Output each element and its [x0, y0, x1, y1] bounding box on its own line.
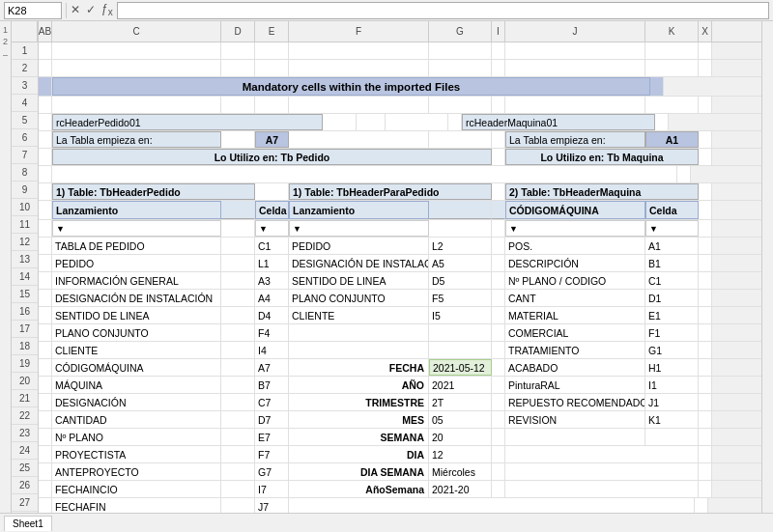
cell-ab18[interactable]: [39, 342, 52, 358]
col-header-x[interactable]: X: [699, 21, 712, 42]
cell-j1-m[interactable]: J1: [645, 394, 699, 410]
cell-d21[interactable]: [221, 394, 255, 410]
cell-ab20[interactable]: [39, 377, 52, 393]
cell-ab24[interactable]: [39, 446, 52, 462]
cell-d26[interactable]: [221, 481, 255, 497]
cell-d7-val[interactable]: D7: [255, 411, 289, 428]
cell-f6[interactable]: [289, 131, 429, 148]
cell-x25[interactable]: [699, 463, 712, 480]
cell-e2[interactable]: [255, 60, 289, 76]
col-header-g[interactable]: G: [429, 21, 492, 42]
cell-fechaincio-26[interactable]: FECHAINCIO: [52, 481, 221, 497]
cell-d1[interactable]: [221, 42, 255, 59]
cell-revision[interactable]: REVISION: [505, 411, 645, 428]
cell-c7-val[interactable]: C7: [255, 394, 289, 410]
cell-i6[interactable]: [492, 131, 505, 148]
cancel-formula-icon[interactable]: ✕: [71, 3, 80, 16]
cell-x12[interactable]: [699, 238, 712, 254]
cell-x10[interactable]: [699, 201, 712, 219]
col-header-d[interactable]: D: [221, 21, 255, 42]
cell-i7[interactable]: [492, 149, 505, 165]
cell-g17[interactable]: [429, 324, 492, 341]
cell-x5[interactable]: [655, 114, 669, 130]
cell-k4[interactable]: [645, 97, 699, 113]
cell-f1-m[interactable]: F1: [645, 324, 699, 341]
cell-ab27[interactable]: [39, 498, 52, 513]
cell-i15[interactable]: [492, 290, 505, 306]
cell-ab22[interactable]: [39, 411, 52, 428]
cell-cant[interactable]: CANT: [505, 290, 645, 306]
cell-c1-val[interactable]: C1: [255, 238, 289, 254]
cell-g4[interactable]: [429, 97, 492, 113]
cell-i13[interactable]: [492, 255, 505, 271]
cell-e1-m[interactable]: E1: [645, 307, 699, 323]
cell-info-general[interactable]: INFORMACIÓN GENERAL: [52, 272, 221, 289]
cell-proyectista-24[interactable]: PROYECTISTA: [52, 446, 221, 462]
cell-ab12[interactable]: [39, 238, 52, 254]
cell-dropdown-1[interactable]: ▼: [52, 220, 221, 237]
cell-tabla-pedido[interactable]: TABLA DE PEDIDO: [52, 238, 221, 254]
cell-i9[interactable]: [492, 183, 505, 200]
cell-empty-18[interactable]: [289, 342, 429, 358]
cell-fecha-value[interactable]: 2021-05-12: [429, 359, 492, 376]
cell-g7-val[interactable]: G7: [255, 463, 289, 480]
cell-d6[interactable]: [221, 131, 255, 148]
formula-input[interactable]: [117, 2, 769, 19]
confirm-formula-icon[interactable]: ✓: [86, 3, 96, 16]
cell-ab23[interactable]: [39, 429, 52, 445]
cell-f1[interactable]: [289, 42, 429, 59]
cell-ab15[interactable]: [39, 290, 52, 306]
cell-maquina-20[interactable]: MÁQUINA: [52, 377, 221, 393]
cell-ano-value[interactable]: 2021: [429, 377, 492, 393]
cell-descripcion[interactable]: DESCRIPCIÓN: [505, 255, 645, 271]
cell-c2[interactable]: [52, 60, 221, 76]
cell-diasemana-value[interactable]: Miércoles: [429, 463, 492, 480]
cell-k1[interactable]: [645, 42, 699, 59]
cell-ab8[interactable]: [39, 166, 52, 182]
cell-empty-24[interactable]: [505, 446, 699, 462]
cell-rcheaderpedido[interactable]: rcHeaderPedido01: [52, 114, 323, 130]
cell-i2[interactable]: [492, 60, 505, 76]
cell-ab11[interactable]: [39, 220, 52, 237]
cell-x22[interactable]: [699, 411, 712, 428]
cell-ab9[interactable]: [39, 183, 52, 200]
cell-c1-m[interactable]: C1: [645, 272, 699, 289]
col-header-i[interactable]: I: [492, 21, 505, 42]
cell-g5[interactable]: [386, 114, 448, 130]
cell-a3-val[interactable]: A3: [255, 272, 289, 289]
cell-i11[interactable]: [492, 220, 505, 237]
cell-e4[interactable]: [255, 97, 289, 113]
cell-i14[interactable]: [492, 272, 505, 289]
col-header-f[interactable]: F: [289, 21, 429, 42]
cell-k23[interactable]: [645, 429, 699, 445]
cell-ab21[interactable]: [39, 394, 52, 410]
cell-x19[interactable]: [699, 359, 712, 376]
cell-d4[interactable]: [221, 97, 255, 113]
cell-x11[interactable]: [699, 220, 712, 237]
cell-i12[interactable]: [492, 238, 505, 254]
cell-cliente-18[interactable]: CLIENTE: [52, 342, 221, 358]
cell-ab1[interactable]: [39, 42, 52, 59]
cell-i1-m[interactable]: I1: [645, 377, 699, 393]
cell-i5-val[interactable]: I5: [429, 307, 492, 323]
cell-dropdown-2[interactable]: ▼: [255, 220, 289, 237]
cell-c1[interactable]: [52, 42, 221, 59]
cell-ab4[interactable]: [39, 97, 52, 113]
cell-i21[interactable]: [492, 394, 505, 410]
cell-x3[interactable]: [650, 77, 664, 96]
cell-comercial[interactable]: COMERCIAL: [505, 324, 645, 341]
cell-cliente-16[interactable]: CLIENTE: [289, 307, 429, 323]
cell-tratamiento[interactable]: TRATAMIENTO: [505, 342, 645, 358]
cell-a4-val[interactable]: A4: [255, 290, 289, 306]
cell-empty-27[interactable]: [289, 498, 695, 513]
cell-ab13[interactable]: [39, 255, 52, 271]
cell-x1[interactable]: [699, 42, 712, 59]
vertical-scrollbar[interactable]: [761, 21, 773, 513]
cell-11-empty[interactable]: [221, 220, 255, 237]
cell-x16[interactable]: [699, 307, 712, 323]
cell-f5-val[interactable]: F5: [429, 290, 492, 306]
cell-anosemana-value[interactable]: 2021-20: [429, 481, 492, 497]
cell-d16[interactable]: [221, 307, 255, 323]
cell-sentido-linea-14[interactable]: SENTIDO DE LINEA: [289, 272, 429, 289]
cell-i18[interactable]: [492, 342, 505, 358]
